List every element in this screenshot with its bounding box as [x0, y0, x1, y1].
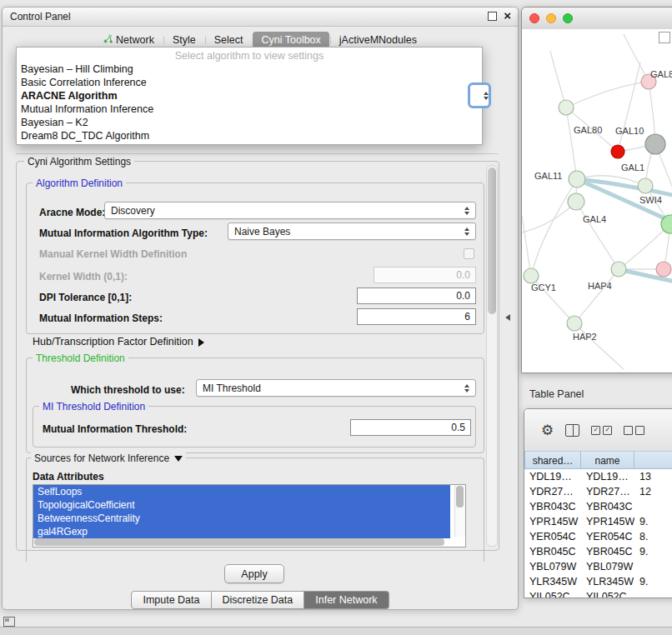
table-row[interactable]: YDR27…YDR27…12: [524, 484, 672, 499]
menu-item-bayesian-k2[interactable]: Bayesian – K2: [17, 116, 482, 129]
bottom-tab-discretize-data[interactable]: Discretize Data: [212, 591, 305, 609]
menu-item-aracne-algorithm[interactable]: ARACNE Algorithm: [17, 89, 482, 102]
dpi-tolerance-field[interactable]: 0.0: [357, 288, 476, 304]
aracne-mode-label: Aracne Mode:: [39, 207, 105, 218]
data-attributes-label: Data Attributes: [33, 471, 104, 482]
which-threshold-label: Which threshold to use:: [71, 384, 185, 396]
control-panel-titlebar: Control Panel ×: [3, 8, 518, 27]
menu-item-dream8-dc-tdc-algorithm[interactable]: Dream8 DC_TDC Algorithm: [17, 129, 482, 142]
mi-type-select[interactable]: Naive Bayes: [228, 222, 476, 240]
deselect-all-icon[interactable]: [624, 426, 644, 435]
mi-threshold-field[interactable]: 0.5: [350, 419, 471, 436]
network-node[interactable]: [559, 100, 574, 115]
list-vertical-scrollbar[interactable]: [454, 485, 465, 537]
node-label-gal10: GAL10: [615, 126, 644, 136]
column-header-3[interactable]: [634, 451, 672, 469]
minimize-traffic-light[interactable]: [546, 13, 556, 23]
settings-scrollbar[interactable]: [486, 165, 498, 547]
float-window-icon[interactable]: [488, 12, 497, 21]
list-horizontal-thumb[interactable]: [34, 538, 444, 546]
network-node[interactable]: [568, 193, 584, 210]
list-item-topologicalcoefficient[interactable]: TopologicalCoefficient: [33, 498, 450, 512]
dock-panel-icon[interactable]: [3, 617, 15, 627]
list-item-betweennesscentrality[interactable]: BetweennessCentrality: [33, 512, 450, 525]
network-node[interactable]: [656, 262, 671, 277]
network-node[interactable]: [524, 268, 539, 283]
hidden-panel-edge: [16, 153, 498, 154]
threshold-definition-title: Threshold Definition: [33, 352, 128, 364]
zoom-traffic-light[interactable]: [563, 13, 573, 23]
column-header-2[interactable]: name: [581, 451, 634, 469]
network-node[interactable]: [638, 178, 653, 193]
menu-item-basic-correlation-inference[interactable]: Basic Correlation Inference: [17, 76, 482, 89]
hub-section-toggle[interactable]: Hub/Transcription Factor Definition: [33, 336, 204, 348]
select-all-icon[interactable]: ✓✓: [591, 426, 612, 435]
network-node[interactable]: [611, 145, 624, 158]
algorithm-combo-focus-button[interactable]: [468, 82, 491, 108]
network-node[interactable]: [645, 134, 665, 154]
table-cell: YIL052C: [524, 589, 581, 598]
table-row[interactable]: YDL19…YDL19…13: [524, 469, 672, 484]
tab-style[interactable]: Style: [164, 32, 204, 48]
table-panel-window: ⚙ ✓✓ shared…name YDL19…YDL19…13YDR27…YDR…: [524, 408, 672, 598]
aracne-mode-select[interactable]: Discovery: [104, 202, 476, 219]
table-row[interactable]: YER054CYER054C8.: [524, 529, 672, 544]
table-row[interactable]: YBL079WYBL079W: [524, 559, 672, 574]
node-label-gal4: GAL4: [583, 214, 606, 224]
mi-steps-label: Mutual Information Steps:: [39, 312, 163, 324]
table-row[interactable]: YBR043CYBR043C: [524, 499, 672, 514]
bottom-tab-infer-network[interactable]: Infer Network: [304, 591, 389, 609]
table-cell: 9.: [634, 574, 672, 589]
which-threshold-select[interactable]: MI Threshold: [196, 379, 476, 397]
panel-splitter-arrow[interactable]: [505, 314, 510, 321]
mi-steps-field[interactable]: 6: [357, 308, 476, 325]
network-node[interactable]: [567, 316, 582, 331]
apply-button[interactable]: Apply: [224, 564, 284, 583]
tab-select[interactable]: Select: [206, 32, 252, 48]
table-row[interactable]: YIL052CYIL052C: [524, 589, 672, 598]
table-cell: [634, 589, 672, 598]
status-strip: [0, 627, 672, 635]
settings-group-title: Cyni Algorithm Settings: [24, 156, 134, 168]
network-node[interactable]: [569, 171, 585, 188]
close-traffic-light[interactable]: [529, 13, 539, 23]
kernel-width-value: 0.0: [456, 269, 470, 281]
columns-icon[interactable]: [565, 424, 579, 437]
gear-icon[interactable]: ⚙: [541, 423, 554, 438]
table-cell: [634, 559, 672, 574]
control-panel-window: Control Panel × NetworkStyleSelectCyni T…: [2, 7, 519, 610]
manual-kernel-checkbox[interactable]: [464, 248, 474, 259]
node-label-hap2: HAP2: [573, 332, 597, 342]
table-row[interactable]: YLR345WYLR345W9.: [524, 574, 672, 589]
list-item-selfloops[interactable]: SelfLoops: [33, 485, 450, 498]
list-vertical-thumb[interactable]: [456, 486, 464, 508]
table-cell: 9.: [634, 514, 672, 529]
table-body: YDL19…YDL19…13YDR27…YDR27…12YBR043CYBR04…: [524, 469, 672, 598]
tab-network[interactable]: Network: [95, 32, 163, 48]
mi-threshold-group-title: MI Threshold Definition: [39, 401, 148, 412]
node-label-gal1: GAL1: [621, 162, 644, 172]
network-canvas[interactable]: GAL80GAL80GAL10GAL11GAL1SWI4GAL4GCY1HAP4…: [522, 29, 672, 372]
menu-item-bayesian-hill-climbing[interactable]: Bayesian – Hill Climbing: [17, 62, 482, 76]
table-cell: [634, 499, 672, 514]
kernel-width-field[interactable]: 0.0: [374, 267, 476, 283]
column-header-1[interactable]: shared…: [524, 451, 581, 469]
table-cell: YDR27…: [524, 484, 581, 499]
mi-threshold-value: 0.5: [451, 422, 465, 433]
sources-toggle[interactable]: Sources for Network Inference: [31, 452, 186, 464]
table-cell: 8.: [634, 529, 672, 544]
network-window-titlebar: [522, 8, 672, 30]
list-item-gal4rgexp[interactable]: gal4RGexp: [33, 525, 450, 538]
network-node[interactable]: [611, 262, 626, 277]
table-cell: YDR27…: [581, 484, 634, 499]
menu-item-mutual-information-inference[interactable]: Mutual Information Inference: [17, 102, 482, 116]
close-icon[interactable]: ×: [504, 11, 511, 21]
settings-scrollbar-thumb[interactable]: [488, 168, 496, 314]
birdseye-toggle[interactable]: [659, 32, 670, 43]
tab-cyni-toolbox[interactable]: Cyni Toolbox: [253, 32, 328, 48]
table-row[interactable]: YBR045CYBR045C9.: [524, 544, 672, 559]
mi-type-value: Naive Bayes: [234, 226, 290, 238]
bottom-tab-impute-data[interactable]: Impute Data: [131, 591, 211, 609]
table-row[interactable]: YPR145WYPR145W9.: [524, 514, 672, 529]
tab-jactivemnodules[interactable]: jActiveMNodules: [331, 32, 425, 48]
